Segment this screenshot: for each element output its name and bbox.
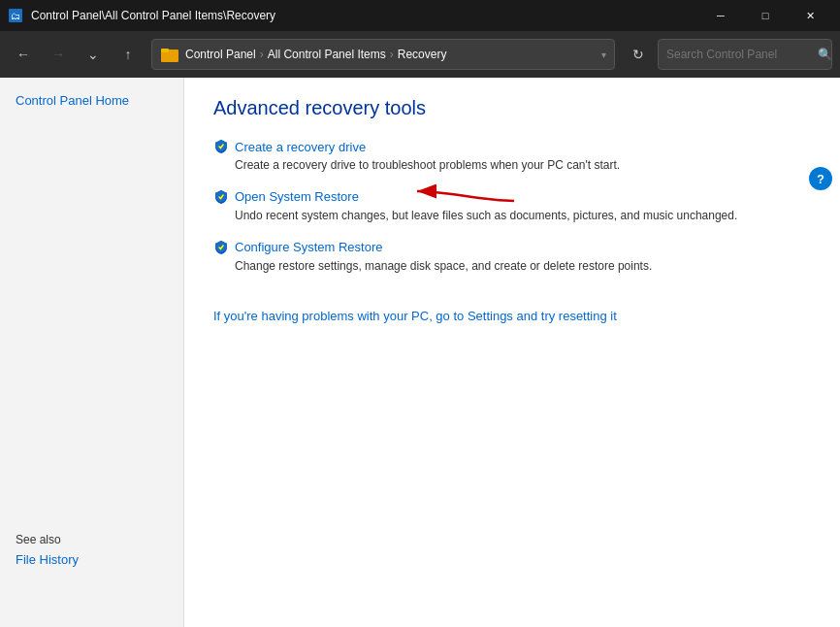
titlebar-controls: ─ □ ✕: [698, 0, 832, 31]
titlebar-title: Control Panel\All Control Panel Items\Re…: [31, 9, 275, 22]
open-system-restore-desc: Undo recent system changes, but leave fi…: [235, 208, 811, 224]
recent-locations-button[interactable]: ⌄: [78, 39, 109, 70]
close-button[interactable]: ✕: [788, 0, 832, 31]
address-box[interactable]: Control Panel › All Control Panel Items …: [151, 39, 615, 70]
addressbar: ← → ⌄ ↑ Control Panel › All Control Pane…: [0, 31, 840, 78]
search-input[interactable]: [666, 48, 812, 61]
folder-icon: [160, 45, 179, 64]
svg-rect-3: [161, 49, 169, 52]
breadcrumb-allitems[interactable]: All Control Panel Items: [268, 48, 386, 61]
panel-title: Advanced recovery tools: [213, 97, 811, 119]
search-icon: 🔍: [818, 48, 832, 61]
sidebar-item-controlpanel-home[interactable]: Control Panel Home: [0, 89, 183, 112]
tool-create-recovery-drive: Create a recovery drive Create a recover…: [213, 139, 811, 174]
tool-open-system-restore: Open System Restore Undo recent system c…: [213, 189, 811, 224]
help-button[interactable]: ?: [809, 167, 832, 190]
breadcrumb-recovery[interactable]: Recovery: [398, 48, 447, 61]
search-box[interactable]: 🔍: [658, 39, 832, 70]
forward-button[interactable]: →: [43, 39, 74, 70]
shield-icon-restore: [213, 189, 229, 205]
create-recovery-drive-link[interactable]: Create a recovery drive: [213, 139, 811, 154]
shield-icon-configure: [213, 240, 229, 255]
content-area: Control Panel Home See also File History…: [0, 78, 840, 627]
refresh-button[interactable]: ↻: [623, 39, 654, 70]
breadcrumb-controlpanel[interactable]: Control Panel: [185, 48, 256, 61]
reset-settings-link[interactable]: If you're having problems with your PC, …: [213, 309, 617, 323]
minimize-button[interactable]: ─: [698, 0, 743, 31]
maximize-button[interactable]: □: [743, 0, 788, 31]
breadcrumb: Control Panel › All Control Panel Items …: [185, 48, 596, 61]
sidebar: Control Panel Home See also File History: [0, 78, 184, 627]
shield-icon-create: [213, 139, 229, 154]
open-system-restore-link[interactable]: Open System Restore: [213, 189, 811, 205]
tool-configure-system-restore: Configure System Restore Change restore …: [213, 240, 811, 275]
up-button[interactable]: ↑: [113, 39, 144, 70]
address-dropdown-icon[interactable]: ▾: [601, 50, 606, 60]
sidebar-file-history[interactable]: File History: [0, 550, 184, 569]
create-recovery-drive-desc: Create a recovery drive to troubleshoot …: [235, 157, 811, 174]
titlebar-left: 🗂 Control Panel\All Control Panel Items\…: [8, 8, 275, 23]
configure-system-restore-desc: Change restore settings, manage disk spa…: [235, 258, 811, 275]
titlebar-app-icon: 🗂: [8, 8, 23, 23]
sidebar-see-also-label: See also: [0, 517, 184, 550]
svg-text:🗂: 🗂: [11, 11, 20, 21]
main-panel: Advanced recovery tools Create a recover…: [184, 78, 840, 627]
titlebar: 🗂 Control Panel\All Control Panel Items\…: [0, 0, 840, 31]
back-button[interactable]: ←: [8, 39, 39, 70]
configure-system-restore-link[interactable]: Configure System Restore: [213, 240, 811, 255]
